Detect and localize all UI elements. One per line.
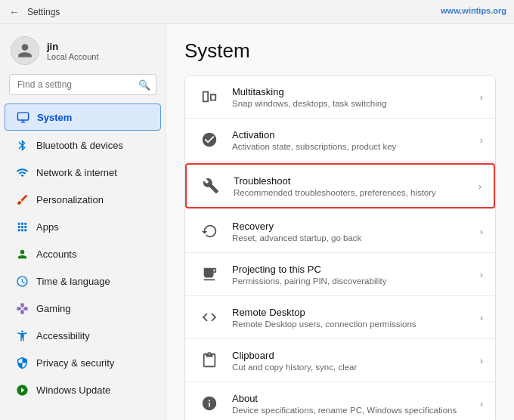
settings-item-desc-about: Device specifications, rename PC, Window… — [232, 406, 474, 415]
search-icon: 🔍 — [138, 79, 150, 91]
sidebar-item-time[interactable]: Time & language — [5, 268, 161, 294]
recovery-icon — [197, 219, 221, 243]
sidebar-item-privacy[interactable]: Privacy & security — [5, 350, 161, 375]
settings-item-text-about: About Device specifications, rename PC, … — [232, 393, 474, 415]
settings-item-title-remote-desktop: Remote Desktop — [232, 307, 474, 318]
chevron-right-icon-activation: › — [480, 134, 483, 146]
sidebar-item-personalization[interactable]: Personalization — [5, 187, 161, 212]
personalization-icon — [15, 193, 29, 206]
settings-item-title-activation: Activation — [232, 129, 474, 141]
settings-item-recovery[interactable]: Recovery Reset, advanced startup, go bac… — [185, 210, 495, 253]
troubleshoot-icon — [199, 174, 223, 198]
sidebar-item-label-system: System — [37, 112, 72, 123]
bluetooth-icon — [15, 138, 29, 152]
settings-item-title-recovery: Recovery — [232, 221, 474, 232]
projecting-icon — [197, 262, 221, 286]
settings-item-desc-troubleshoot: Recommended troubleshooters, preferences… — [234, 188, 472, 197]
sidebar-item-label-accessibility: Accessibility — [36, 330, 90, 341]
settings-item-desc-remote-desktop: Remote Desktop users, connection permiss… — [232, 320, 474, 329]
settings-item-clipboard[interactable]: Clipboard Cut and copy history, sync, cl… — [185, 339, 495, 382]
accessibility-icon — [15, 329, 29, 342]
settings-item-text-multitasking: Multitasking Snap windows, desktops, tas… — [232, 86, 474, 108]
privacy-icon — [15, 356, 29, 369]
sidebar-item-system[interactable]: System — [5, 103, 161, 131]
settings-item-troubleshoot[interactable]: Troubleshoot Recommended troubleshooters… — [185, 163, 495, 208]
settings-item-title-clipboard: Clipboard — [232, 350, 474, 361]
apps-icon — [15, 220, 29, 233]
chevron-right-icon-clipboard: › — [480, 355, 483, 366]
avatar — [11, 36, 39, 65]
network-icon — [15, 165, 29, 179]
svg-rect-0 — [17, 113, 28, 120]
sidebar-item-gaming[interactable]: Gaming — [5, 295, 161, 321]
user-info: jin Local Account — [47, 41, 99, 61]
page-title: System — [184, 39, 496, 63]
system-icon — [16, 110, 29, 124]
chevron-right-icon-remote-desktop: › — [480, 312, 483, 323]
settings-item-desc-activation: Activation state, subscriptions, product… — [232, 142, 474, 151]
accounts-icon — [15, 247, 29, 261]
user-type: Local Account — [47, 52, 99, 61]
sidebar-item-label-accounts: Accounts — [36, 249, 76, 260]
settings-item-title-troubleshoot: Troubleshoot — [234, 175, 472, 187]
sidebar-item-accounts[interactable]: Accounts — [5, 241, 161, 267]
activation-icon — [197, 128, 221, 152]
settings-item-desc-projecting: Permissions, pairing PIN, discoverabilit… — [232, 276, 474, 286]
remote-desktop-icon — [197, 305, 221, 329]
settings-item-text-remote-desktop: Remote Desktop Remote Desktop users, con… — [232, 307, 474, 329]
time-icon — [15, 274, 29, 288]
sidebar-item-label-privacy: Privacy & security — [36, 357, 114, 369]
sidebar-item-label-bluetooth: Bluetooth & devices — [36, 140, 123, 151]
watermark: www.wintips.org — [441, 6, 506, 15]
sidebar: jin Local Account 🔍 System Bluetooth & d… — [0, 24, 166, 420]
settings-item-text-projecting: Projecting to this PC Permissions, pairi… — [232, 264, 474, 286]
settings-item-activation[interactable]: Activation Activation state, subscriptio… — [185, 119, 495, 162]
sidebar-item-label-network: Network & internet — [36, 167, 117, 178]
chevron-right-icon-troubleshoot: › — [478, 181, 481, 192]
search-box: 🔍 — [9, 74, 156, 95]
search-input[interactable] — [9, 74, 156, 95]
settings-item-title-projecting: Projecting to this PC — [232, 264, 474, 275]
user-name: jin — [47, 41, 99, 52]
content-area: System Multitasking Snap windows, deskto… — [166, 24, 514, 420]
app-title: Settings — [27, 7, 60, 17]
chevron-right-icon-projecting: › — [480, 269, 483, 280]
sidebar-item-accessibility[interactable]: Accessibility — [5, 323, 161, 348]
settings-item-desc-multitasking: Snap windows, desktops, task switching — [232, 99, 474, 108]
sidebar-item-windows-update[interactable]: Windows Update — [5, 377, 161, 403]
sidebar-item-label-gaming: Gaming — [36, 303, 71, 314]
title-bar: ← Settings — [0, 0, 514, 24]
settings-list: Multitasking Snap windows, desktops, tas… — [184, 75, 496, 420]
settings-item-multitasking[interactable]: Multitasking Snap windows, desktops, tas… — [185, 76, 495, 119]
settings-item-desc-recovery: Reset, advanced startup, go back — [232, 233, 474, 242]
settings-item-text-activation: Activation Activation state, subscriptio… — [232, 129, 474, 151]
sidebar-item-label-apps: Apps — [36, 221, 59, 233]
back-icon[interactable]: ← — [9, 6, 20, 18]
settings-item-text-troubleshoot: Troubleshoot Recommended troubleshooters… — [234, 175, 472, 197]
sidebar-item-network[interactable]: Network & internet — [5, 159, 161, 185]
windows-update-icon — [15, 383, 29, 397]
settings-item-text-recovery: Recovery Reset, advanced startup, go bac… — [232, 221, 474, 242]
about-icon — [197, 391, 221, 415]
sidebar-item-label-windows-update: Windows Update — [36, 384, 110, 396]
sidebar-item-label-time: Time & language — [36, 276, 110, 287]
settings-item-text-clipboard: Clipboard Cut and copy history, sync, cl… — [232, 350, 474, 372]
chevron-right-icon-multitasking: › — [480, 91, 483, 103]
settings-item-title-multitasking: Multitasking — [232, 86, 474, 97]
settings-item-projecting[interactable]: Projecting to this PC Permissions, pairi… — [185, 253, 495, 296]
sidebar-item-label-personalization: Personalization — [36, 194, 104, 205]
clipboard-icon — [197, 348, 221, 372]
sidebar-item-apps[interactable]: Apps — [5, 214, 161, 239]
sidebar-item-bluetooth[interactable]: Bluetooth & devices — [5, 132, 161, 158]
settings-item-about[interactable]: About Device specifications, rename PC, … — [185, 382, 495, 420]
user-profile[interactable]: jin Local Account — [0, 24, 166, 74]
multitasking-icon — [197, 85, 221, 109]
gaming-icon — [15, 301, 29, 315]
settings-item-remote-desktop[interactable]: Remote Desktop Remote Desktop users, con… — [185, 296, 495, 339]
main-layout: jin Local Account 🔍 System Bluetooth & d… — [0, 24, 514, 420]
settings-item-title-about: About — [232, 393, 474, 404]
chevron-right-icon-recovery: › — [480, 226, 483, 237]
settings-item-desc-clipboard: Cut and copy history, sync, clear — [232, 363, 474, 372]
chevron-right-icon-about: › — [480, 398, 483, 409]
